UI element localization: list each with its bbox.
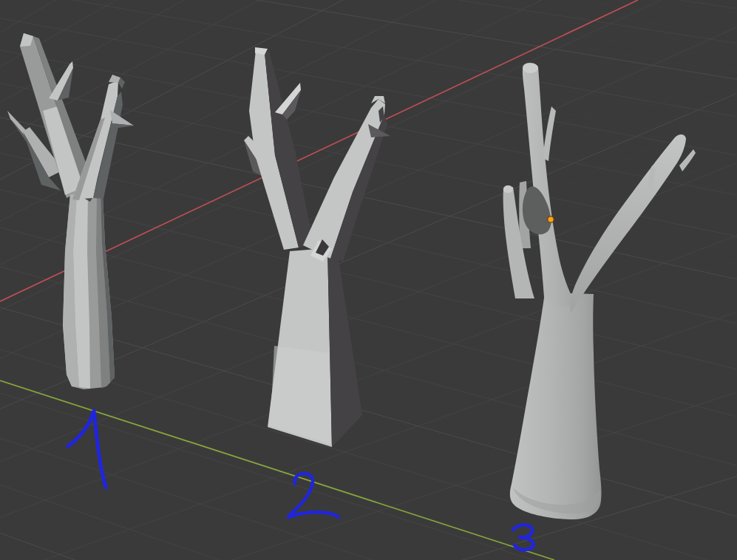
tree-3-face — [523, 63, 538, 73]
blender-viewport[interactable] — [0, 0, 737, 560]
tree-3-face — [503, 185, 513, 193]
viewport-canvas[interactable] — [0, 0, 737, 560]
origin-dot[interactable] — [548, 216, 554, 222]
